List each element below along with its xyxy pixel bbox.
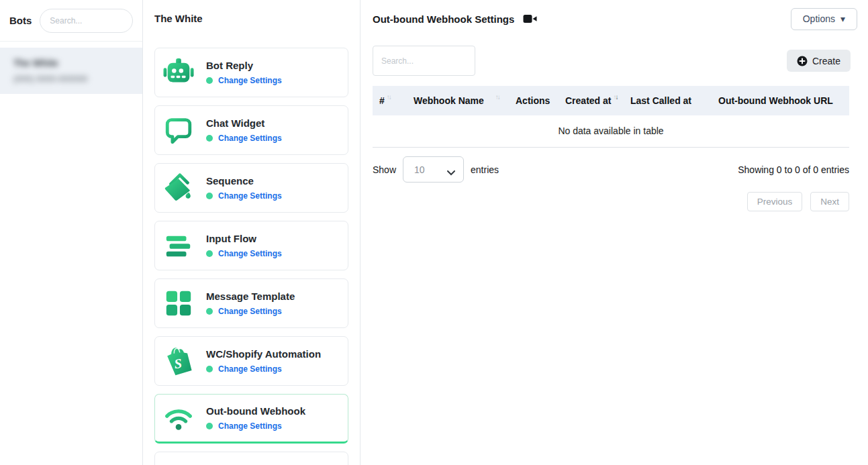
bot-phone-blurred: (000) 0000-000000 <box>13 74 132 84</box>
bot-name-blurred: The White <box>13 58 132 68</box>
video-camera-icon[interactable] <box>523 13 537 24</box>
change-settings-link[interactable]: Change Settings <box>218 421 282 431</box>
column-header-created-at[interactable]: Created at ↑↓ <box>559 95 620 106</box>
column-header-last-called-at[interactable]: Last Called at <box>620 95 711 106</box>
card-title: Out-bound Webhook <box>206 405 305 417</box>
card-title: WC/Shopify Automation <box>206 348 321 360</box>
page-title: Out-bound Webhook Settings <box>373 13 514 25</box>
robot-icon <box>163 57 194 88</box>
card-input-flow[interactable]: Input Flow Change Settings <box>154 221 348 270</box>
column-header-actions[interactable]: Actions <box>508 95 559 106</box>
bot-menu-title: The White <box>154 13 348 24</box>
change-settings-link[interactable]: Change Settings <box>218 364 282 374</box>
bot-list-item-selected[interactable]: The White (000) 0000-000000 <box>0 48 142 94</box>
options-button[interactable]: Options ▾ <box>791 8 857 30</box>
card-title: Bot Reply <box>206 60 282 71</box>
column-header-outbound-webhook-url[interactable]: Out-bound Webhook URL <box>711 95 849 106</box>
table-header-row: # ↑↓ Webhook Name ↑↓ Actions Created at … <box>373 86 849 115</box>
status-dot <box>206 423 213 429</box>
sort-icon-active-desc: ↑↓ <box>613 93 617 101</box>
wifi-icon <box>163 403 194 433</box>
bots-search-input[interactable] <box>40 9 133 33</box>
sort-icon: ↑↓ <box>387 93 391 101</box>
feature-card-list: Bot Reply Change Settings Chat Widget <box>154 48 348 465</box>
card-out-bound-webhook[interactable]: Out-bound Webhook Change Settings <box>154 394 348 444</box>
change-settings-link[interactable]: Change Settings <box>218 307 282 316</box>
column-header-webhook-name[interactable]: Webhook Name ↑↓ <box>407 95 508 106</box>
status-dot <box>206 193 213 199</box>
status-dot <box>206 308 213 315</box>
card-title: Chat Widget <box>206 117 282 129</box>
list-bars-icon <box>163 230 194 261</box>
status-dot <box>206 366 213 372</box>
card-message-template[interactable]: Message Template Change Settings <box>154 278 348 328</box>
page-size-select[interactable]: 10 <box>403 156 464 183</box>
column-label: Actions <box>516 95 550 106</box>
create-button-label: Create <box>812 56 840 66</box>
entries-label: entries <box>471 164 499 175</box>
card-bot-reply[interactable]: Bot Reply Change Settings <box>154 48 348 97</box>
bot-feature-menu: The White B <box>143 0 360 465</box>
outbound-webhook-panel: Out-bound Webhook Settings Options ▾ <box>360 0 868 465</box>
caret-down-icon: ▾ <box>840 13 845 24</box>
column-label: Webhook Name <box>414 95 484 106</box>
change-settings-link[interactable]: Change Settings <box>218 76 282 85</box>
show-label: Show <box>373 164 396 175</box>
status-dot <box>206 135 213 142</box>
column-header-index[interactable]: # ↑↓ <box>373 95 407 106</box>
table-toolbar: Create <box>373 46 857 76</box>
options-button-label: Options <box>803 13 835 24</box>
previous-button[interactable]: Previous <box>747 192 803 211</box>
card-chat-widget[interactable]: Chat Widget Change Settings <box>154 105 348 155</box>
pagination: Previous Next <box>373 192 849 211</box>
panel-header: Out-bound Webhook Settings Options ▾ <box>373 7 857 30</box>
grid-icon <box>163 288 194 319</box>
sidebar-title: Bots <box>9 15 32 26</box>
card-title: Message Template <box>206 291 295 302</box>
create-button[interactable]: Create <box>787 50 851 72</box>
column-label: Out-bound Webhook URL <box>718 95 833 106</box>
column-label: Created at <box>565 95 611 106</box>
change-settings-link[interactable]: Change Settings <box>218 191 282 201</box>
status-dot <box>206 77 213 84</box>
page-size-control: Show 10 entries <box>373 156 499 183</box>
table-footer: Show 10 entries Showing 0 to 0 of 0 entr… <box>373 156 849 183</box>
chat-bubble-icon <box>163 115 194 146</box>
plus-circle-icon <box>797 56 808 66</box>
card-title: Sequence <box>206 175 282 187</box>
table-empty-message: No data available in table <box>373 115 849 148</box>
change-settings-link[interactable]: Change Settings <box>218 134 282 143</box>
sort-icon: ↑↓ <box>495 93 499 101</box>
column-label: # <box>379 95 385 106</box>
next-button[interactable]: Next <box>810 192 849 211</box>
sidebar-header: Bots <box>0 0 142 42</box>
status-dot <box>206 250 213 257</box>
webhooks-table: # ↑↓ Webhook Name ↑↓ Actions Created at … <box>373 86 849 148</box>
bots-sidebar: Bots The White (000) 0000-000000 <box>0 0 143 465</box>
app-window: Bots The White (000) 0000-000000 The Whi… <box>0 0 868 465</box>
card-title: Input Flow <box>206 233 282 244</box>
webhook-search-input[interactable] <box>373 46 475 76</box>
shopify-bag-icon: S <box>163 346 194 376</box>
card-partial-next[interactable] <box>154 452 348 465</box>
paint-bucket-icon <box>163 172 194 203</box>
change-settings-link[interactable]: Change Settings <box>218 249 282 258</box>
column-label: Last Called at <box>630 95 691 106</box>
card-wc-shopify-automation[interactable]: S WC/Shopify Automation Change Settings <box>154 336 348 386</box>
entries-summary: Showing 0 to 0 of 0 entries <box>738 164 849 175</box>
card-sequence[interactable]: Sequence Change Settings <box>154 163 348 213</box>
